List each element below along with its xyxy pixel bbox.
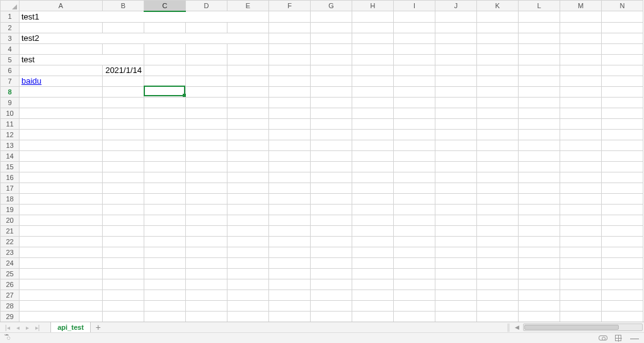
- cell[interactable]: [352, 150, 394, 161]
- cell[interactable]: [269, 247, 311, 257]
- cell[interactable]: [435, 97, 477, 108]
- cell[interactable]: [227, 86, 269, 97]
- cell[interactable]: [435, 279, 477, 290]
- cell[interactable]: [269, 150, 311, 161]
- cell[interactable]: [519, 140, 560, 150]
- cell[interactable]: [602, 257, 643, 268]
- cell[interactable]: [311, 172, 352, 183]
- cell[interactable]: [352, 215, 394, 225]
- cell[interactable]: [394, 290, 435, 300]
- cell[interactable]: [560, 11, 602, 23]
- layout-icon[interactable]: [614, 334, 623, 342]
- cell[interactable]: [477, 193, 519, 204]
- cell[interactable]: [477, 247, 519, 257]
- cell[interactable]: [144, 290, 186, 300]
- cell[interactable]: [560, 311, 602, 322]
- cell[interactable]: [311, 279, 352, 290]
- tab-api-test[interactable]: api_test: [50, 322, 91, 333]
- cell[interactable]: [269, 279, 311, 290]
- row-header[interactable]: 25: [1, 268, 20, 279]
- column-header[interactable]: J: [435, 1, 477, 11]
- cell[interactable]: [519, 22, 560, 33]
- cell[interactable]: [103, 76, 144, 86]
- fill-handle[interactable]: [183, 94, 186, 97]
- cell[interactable]: [352, 236, 394, 247]
- cell[interactable]: [560, 215, 602, 225]
- horizontal-scrollbar[interactable]: [523, 323, 643, 331]
- cell[interactable]: [352, 247, 394, 257]
- cell[interactable]: [560, 268, 602, 279]
- cell[interactable]: [435, 183, 477, 193]
- cell[interactable]: [560, 108, 602, 118]
- cell[interactable]: [519, 183, 560, 193]
- cell[interactable]: [227, 193, 269, 204]
- cell[interactable]: [103, 247, 144, 257]
- cell[interactable]: [227, 183, 269, 193]
- cell[interactable]: [435, 140, 477, 150]
- row-header[interactable]: 16: [1, 172, 20, 183]
- cell[interactable]: [103, 97, 144, 108]
- cell[interactable]: [602, 290, 643, 300]
- cell[interactable]: [144, 247, 186, 257]
- cell[interactable]: [560, 290, 602, 300]
- cell[interactable]: [227, 215, 269, 225]
- cell[interactable]: [103, 279, 144, 290]
- cell[interactable]: [311, 118, 352, 129]
- cell[interactable]: [477, 129, 519, 140]
- cell[interactable]: test2: [20, 33, 269, 43]
- cell[interactable]: [311, 76, 352, 86]
- cell[interactable]: [519, 290, 560, 300]
- cell[interactable]: [352, 279, 394, 290]
- sheet-nav-last-icon[interactable]: ▸|: [34, 324, 42, 331]
- view-mode-icon[interactable]: [599, 334, 607, 342]
- row-header[interactable]: 17: [1, 183, 20, 193]
- cell[interactable]: 2021/1/14: [103, 65, 144, 76]
- cell[interactable]: [103, 161, 144, 172]
- cell[interactable]: [227, 300, 269, 311]
- cell[interactable]: [394, 300, 435, 311]
- cell[interactable]: [144, 172, 186, 183]
- cell[interactable]: [394, 311, 435, 322]
- cell[interactable]: [269, 86, 311, 97]
- cell[interactable]: [227, 204, 269, 215]
- cell[interactable]: [311, 86, 352, 97]
- cell[interactable]: [227, 108, 269, 118]
- cell[interactable]: [144, 193, 186, 204]
- cell[interactable]: [227, 118, 269, 129]
- cell[interactable]: [20, 290, 103, 300]
- cell[interactable]: [602, 86, 643, 97]
- row-header[interactable]: 13: [1, 140, 20, 150]
- cell[interactable]: [20, 268, 103, 279]
- cell[interactable]: [560, 247, 602, 257]
- cell[interactable]: [144, 257, 186, 268]
- cell[interactable]: [352, 225, 394, 236]
- cell[interactable]: [394, 11, 435, 23]
- cell[interactable]: [435, 225, 477, 236]
- cell[interactable]: [186, 140, 227, 150]
- cell[interactable]: [144, 225, 186, 236]
- cell[interactable]: [435, 193, 477, 204]
- cell[interactable]: [477, 65, 519, 76]
- cell[interactable]: [311, 268, 352, 279]
- cell[interactable]: [227, 65, 269, 76]
- cell[interactable]: [352, 204, 394, 215]
- cell[interactable]: [311, 225, 352, 236]
- cell[interactable]: [144, 215, 186, 225]
- cell[interactable]: [311, 108, 352, 118]
- cell[interactable]: [269, 215, 311, 225]
- cell[interactable]: [269, 33, 311, 43]
- cell[interactable]: [269, 183, 311, 193]
- row-header[interactable]: 1: [1, 11, 20, 23]
- row-header[interactable]: 2: [1, 22, 20, 33]
- cell[interactable]: [144, 183, 186, 193]
- cell[interactable]: [602, 43, 643, 54]
- row-header[interactable]: 10: [1, 108, 20, 118]
- cell[interactable]: [435, 290, 477, 300]
- column-header[interactable]: L: [519, 1, 560, 11]
- cell[interactable]: [103, 300, 144, 311]
- cell[interactable]: [435, 268, 477, 279]
- cell[interactable]: [602, 225, 643, 236]
- cell[interactable]: [186, 257, 227, 268]
- cell[interactable]: [20, 300, 103, 311]
- cell[interactable]: [519, 204, 560, 215]
